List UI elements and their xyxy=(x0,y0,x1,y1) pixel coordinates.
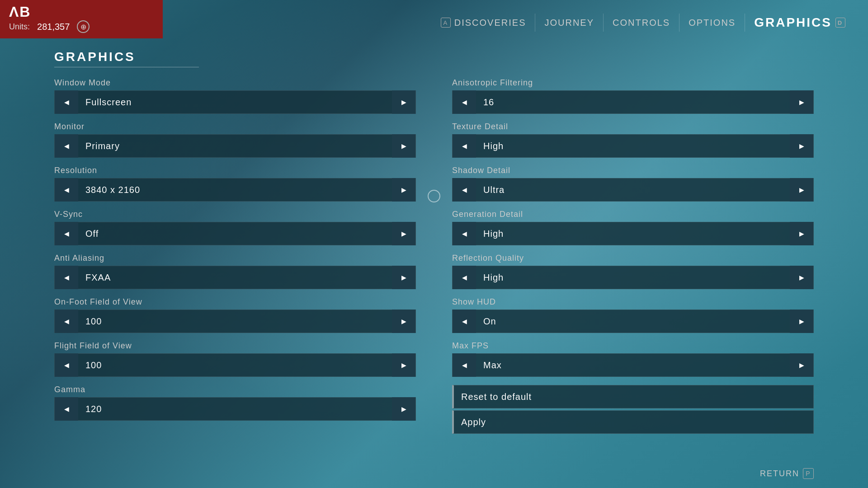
anti-aliasing-right-btn[interactable] xyxy=(392,266,415,289)
value-vsync: Off xyxy=(78,229,392,239)
control-shadow-detail: Ultra xyxy=(452,178,814,202)
discoveries-key-badge: A xyxy=(441,18,451,28)
label-onfoot-fov: On-Foot Field of View xyxy=(54,297,416,307)
value-onfoot-fov: 100 xyxy=(78,316,392,327)
resolution-right-btn[interactable] xyxy=(392,178,415,202)
texture-detail-right-btn[interactable] xyxy=(790,134,813,158)
texture-detail-left-btn[interactable] xyxy=(453,134,476,158)
control-anti-aliasing: FXAA xyxy=(54,266,416,289)
setting-group-shadow-detail: Shadow Detail Ultra xyxy=(452,166,814,202)
setting-group-vsync: V-Sync Off xyxy=(54,210,416,245)
control-gamma: 120 xyxy=(54,397,416,421)
control-show-hud: On xyxy=(452,310,814,333)
action-buttons: Reset to default Apply xyxy=(452,385,814,434)
reset-to-default-button[interactable]: Reset to default xyxy=(452,385,814,408)
nav-label-options: OPTIONS xyxy=(689,18,736,28)
value-texture-detail: High xyxy=(476,141,790,151)
label-show-hud: Show HUD xyxy=(452,297,814,307)
gamma-left-btn[interactable] xyxy=(55,397,78,421)
graphics-key-badge: D xyxy=(835,18,845,28)
control-reflection-quality: High xyxy=(452,266,814,289)
control-vsync: Off xyxy=(54,222,416,245)
setting-group-anisotropic: Anisotropic Filtering 16 xyxy=(452,78,814,114)
label-shadow-detail: Shadow Detail xyxy=(452,166,814,175)
control-flight-fov: 100 xyxy=(54,353,416,377)
setting-group-texture-detail: Texture Detail High xyxy=(452,122,814,158)
return-text: RETURN xyxy=(760,469,799,479)
value-anisotropic: 16 xyxy=(476,97,790,108)
return-label: RETURN P xyxy=(760,468,814,479)
control-onfoot-fov: 100 xyxy=(54,310,416,333)
anti-aliasing-left-btn[interactable] xyxy=(55,266,78,289)
max-fps-left-btn[interactable] xyxy=(453,353,476,377)
value-gamma: 120 xyxy=(78,404,392,414)
shadow-detail-right-btn[interactable] xyxy=(790,178,813,202)
window-mode-right-btn[interactable] xyxy=(392,90,415,114)
settings-grid: Window Mode Fullscreen Monitor Primary R… xyxy=(54,78,814,436)
label-resolution: Resolution xyxy=(54,166,416,175)
control-window-mode: Fullscreen xyxy=(54,90,416,114)
control-max-fps: Max xyxy=(452,353,814,377)
vsync-left-btn[interactable] xyxy=(55,222,78,245)
flight-fov-right-btn[interactable] xyxy=(392,353,415,377)
globe-icon: ⊕ xyxy=(77,20,90,33)
setting-group-generation-detail: Generation Detail High xyxy=(452,210,814,245)
gamma-right-btn[interactable] xyxy=(392,397,415,421)
label-monitor: Monitor xyxy=(54,122,416,131)
nav-item-journey[interactable]: JOURNEY xyxy=(535,14,604,32)
setting-group-resolution: Resolution 3840 x 2160 xyxy=(54,166,416,202)
value-max-fps: Max xyxy=(476,360,790,371)
label-flight-fov: Flight Field of View xyxy=(54,341,416,351)
main-content: GRAPHICS Window Mode Fullscreen Monitor … xyxy=(54,50,814,461)
generation-detail-left-btn[interactable] xyxy=(453,222,476,245)
label-generation-detail: Generation Detail xyxy=(452,210,814,219)
nav-item-discoveries[interactable]: A DISCOVERIES xyxy=(432,14,536,32)
reflection-quality-right-btn[interactable] xyxy=(790,266,813,289)
label-gamma: Gamma xyxy=(54,385,416,394)
section-title: GRAPHICS xyxy=(54,50,199,67)
window-mode-left-btn[interactable] xyxy=(55,90,78,114)
setting-group-window-mode: Window Mode Fullscreen xyxy=(54,78,416,114)
show-hud-right-btn[interactable] xyxy=(790,310,813,333)
control-anisotropic: 16 xyxy=(452,90,814,114)
control-resolution: 3840 x 2160 xyxy=(54,178,416,202)
generation-detail-right-btn[interactable] xyxy=(790,222,813,245)
vsync-right-btn[interactable] xyxy=(392,222,415,245)
value-show-hud: On xyxy=(476,316,790,327)
setting-group-gamma: Gamma 120 xyxy=(54,385,416,421)
units-value: 281,357 xyxy=(37,22,70,32)
nav-label-journey: JOURNEY xyxy=(544,18,594,28)
value-window-mode: Fullscreen xyxy=(78,97,392,108)
nav-label-graphics: GRAPHICS xyxy=(754,15,832,30)
anisotropic-right-btn[interactable] xyxy=(790,90,813,114)
setting-group-monitor: Monitor Primary xyxy=(54,122,416,158)
shadow-detail-left-btn[interactable] xyxy=(453,178,476,202)
nav-links: A DISCOVERIES JOURNEY CONTROLS OPTIONS G… xyxy=(432,0,868,45)
label-texture-detail: Texture Detail xyxy=(452,122,814,131)
flight-fov-left-btn[interactable] xyxy=(55,353,78,377)
setting-group-show-hud: Show HUD On xyxy=(452,297,814,333)
label-anti-aliasing: Anti Aliasing xyxy=(54,253,416,263)
nav-item-options[interactable]: OPTIONS xyxy=(679,14,745,32)
reflection-quality-left-btn[interactable] xyxy=(453,266,476,289)
units-label: Units: xyxy=(9,22,30,32)
nav-item-graphics[interactable]: GRAPHICS D xyxy=(745,14,854,32)
anisotropic-left-btn[interactable] xyxy=(453,90,476,114)
logo-box: ΛB Units: 281,357 ⊕ xyxy=(0,0,163,38)
value-generation-detail: High xyxy=(476,229,790,239)
onfoot-fov-left-btn[interactable] xyxy=(55,310,78,333)
label-reflection-quality: Reflection Quality xyxy=(452,253,814,263)
apply-button[interactable]: Apply xyxy=(452,410,814,434)
resolution-left-btn[interactable] xyxy=(55,178,78,202)
nav-item-controls[interactable]: CONTROLS xyxy=(604,14,679,32)
max-fps-right-btn[interactable] xyxy=(790,353,813,377)
control-generation-detail: High xyxy=(452,222,814,245)
show-hud-left-btn[interactable] xyxy=(453,310,476,333)
label-vsync: V-Sync xyxy=(54,210,416,219)
setting-group-max-fps: Max FPS Max xyxy=(452,341,814,377)
monitor-right-btn[interactable] xyxy=(392,134,415,158)
onfoot-fov-right-btn[interactable] xyxy=(392,310,415,333)
nav-label-controls: CONTROLS xyxy=(613,18,670,28)
setting-group-flight-fov: Flight Field of View 100 xyxy=(54,341,416,377)
monitor-left-btn[interactable] xyxy=(55,134,78,158)
